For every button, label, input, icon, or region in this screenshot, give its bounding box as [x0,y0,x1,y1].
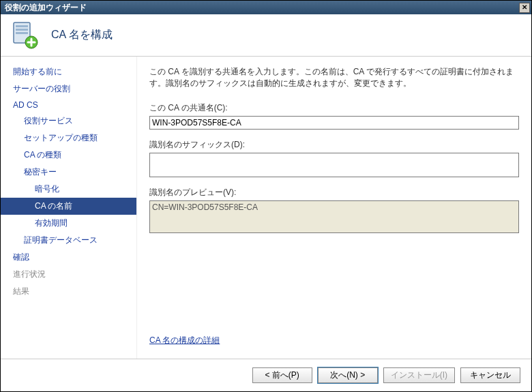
svg-rect-2 [16,29,28,31]
install-button: インストール(I) [383,367,455,383]
step-setup-type[interactable]: セットアップの種類 [1,130,136,147]
dn-suffix-input[interactable] [149,153,519,177]
details-link[interactable]: CA 名の構成の詳細 [149,335,519,346]
titlebar: 役割の追加ウィザード ✕ [1,1,531,14]
step-before-begin[interactable]: 開始する前に [1,63,136,80]
step-server-roles[interactable]: サーバーの役割 [1,80,136,97]
wizard-body: 開始する前に サーバーの役割 AD CS 役割サービス セットアップの種類 CA… [1,57,531,359]
step-cryptography[interactable]: 暗号化 [1,181,136,198]
window-title: 役割の追加ウィザード [5,2,87,14]
svg-rect-1 [16,25,28,27]
wizard-content: この CA を識別する共通名を入力します。この名前は、CA で発行するすべての証… [137,57,531,359]
dn-preview-output [149,200,519,233]
step-ca-name[interactable]: CA の名前 [1,198,136,215]
wizard-header: CA 名を構成 [1,14,531,57]
step-ca-type[interactable]: CA の種類 [1,147,136,164]
step-confirmation[interactable]: 確認 [1,249,136,266]
wizard-steps-sidebar: 開始する前に サーバーの役割 AD CS 役割サービス セットアップの種類 CA… [1,57,137,359]
close-button[interactable]: ✕ [519,3,530,13]
description-text: この CA を識別する共通名を入力します。この名前は、CA で発行するすべての証… [149,66,519,90]
svg-rect-3 [16,32,28,34]
wizard-footer: < 前へ(P) 次へ(N) > インストール(I) キャンセル [1,359,531,391]
step-validity-period[interactable]: 有効期間 [1,215,136,232]
back-button[interactable]: < 前へ(P) [252,367,312,383]
step-private-key[interactable]: 秘密キー [1,164,136,181]
common-name-label: この CA の共通名(C): [149,102,519,114]
step-role-services[interactable]: 役割サービス [1,112,136,130]
common-name-input[interactable] [149,116,519,130]
cancel-button[interactable]: キャンセル [460,367,520,383]
next-button[interactable]: 次へ(N) > [318,367,378,383]
step-progress: 進行状況 [1,266,136,283]
step-results: 結果 [1,283,136,300]
dn-preview-label: 識別名のプレビュー(V): [149,187,519,198]
step-cert-database[interactable]: 証明書データベース [1,232,136,249]
step-adcs[interactable]: AD CS [1,97,136,112]
wizard-window: 役割の追加ウィザード ✕ CA 名を構成 開始する前に サーバーの役割 AD C… [0,0,532,392]
dn-suffix-label: 識別名のサフィックス(D): [149,139,519,151]
server-role-icon [10,21,39,50]
page-title: CA 名を構成 [51,28,113,42]
